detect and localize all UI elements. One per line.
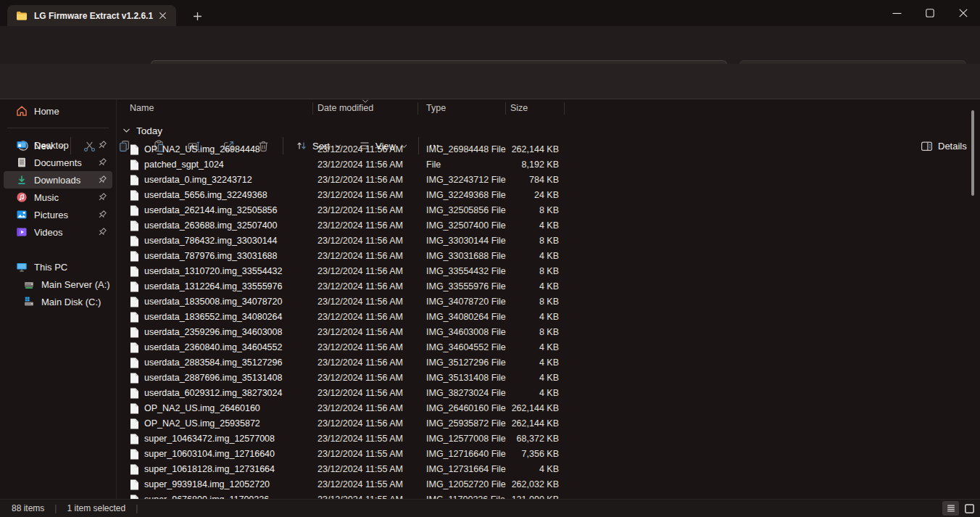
large-icons-view-button[interactable] — [961, 501, 978, 516]
items-count: 88 items — [12, 503, 44, 513]
group-header-today[interactable]: Today — [117, 122, 162, 139]
column-divider[interactable] — [312, 102, 313, 115]
file-row[interactable]: userdata_787976.img_33031688 23/12/2024 … — [117, 249, 595, 264]
file-row[interactable]: userdata_1836552.img_34080264 23/12/2024… — [117, 310, 595, 325]
file-icon — [130, 281, 139, 292]
file-name: OP_NA2_US.img_25935872 — [144, 416, 260, 431]
file-row[interactable]: userdata_5656.img_32249368 23/12/2024 11… — [117, 188, 595, 203]
file-row[interactable]: userdata_263688.img_32507400 23/12/2024 … — [117, 218, 595, 233]
sidebar-item-label: Videos — [34, 227, 96, 238]
tab-close-icon[interactable] — [154, 8, 170, 24]
file-row[interactable]: OP_NA2_US.img_26984448 23/12/2024 11:56 … — [117, 142, 595, 157]
close-button[interactable] — [947, 0, 980, 26]
file-row[interactable]: userdata_786432.img_33030144 23/12/2024 … — [117, 233, 595, 249]
new-tab-button[interactable] — [189, 8, 205, 24]
file-row[interactable]: userdata_2359296.img_34603008 23/12/2024… — [117, 325, 595, 340]
file-row[interactable]: super_9676800.img_11700226 23/12/2024 11… — [117, 492, 595, 499]
file-name: userdata_2359296.img_34603008 — [144, 325, 282, 340]
file-row[interactable]: userdata_262144.img_32505856 23/12/2024 … — [117, 203, 595, 218]
file-row[interactable]: super_10603104.img_12716640 23/12/2024 1… — [117, 447, 595, 462]
column-header-type[interactable]: Type — [426, 99, 446, 117]
file-name: patched_sgpt_1024 — [144, 157, 224, 173]
file-icon — [130, 403, 139, 414]
file-icon — [130, 205, 139, 216]
file-date-modified: 23/12/2024 11:56 AM — [317, 142, 403, 157]
file-row[interactable]: super_10463472.img_12577008 23/12/2024 1… — [117, 431, 595, 447]
column-header-size[interactable]: Size — [510, 99, 528, 117]
file-name: userdata_0.img_32243712 — [144, 173, 252, 188]
pin-icon[interactable] — [96, 157, 108, 168]
sidebar-item-home[interactable]: Home — [4, 102, 112, 120]
file-name: userdata_1310720.img_33554432 — [144, 264, 282, 279]
sidebar-item-downloads[interactable]: Downloads — [4, 171, 112, 189]
file-row[interactable]: userdata_2883584.img_35127296 23/12/2024… — [117, 355, 595, 371]
pin-icon[interactable] — [96, 139, 108, 151]
command-bar: New Sort View — [0, 64, 980, 99]
file-row[interactable]: userdata_6029312.img_38273024 23/12/2024… — [117, 386, 595, 401]
desktop-icon — [16, 139, 28, 151]
file-icon — [130, 342, 139, 353]
file-date-modified: 23/12/2024 11:56 AM — [317, 218, 403, 233]
file-date-modified: 23/12/2024 11:56 AM — [317, 188, 403, 203]
column-divider[interactable] — [505, 102, 506, 115]
file-row[interactable]: userdata_1312264.img_33555976 23/12/2024… — [117, 279, 595, 294]
sidebar-item-main-server[interactable]: Main Server (A:) — [4, 276, 112, 293]
column-divider[interactable] — [418, 102, 418, 115]
file-icon — [130, 297, 139, 307]
file-row[interactable]: userdata_2887696.img_35131408 23/12/2024… — [117, 371, 595, 386]
maximize-button[interactable] — [913, 0, 947, 26]
file-name: userdata_1835008.img_34078720 — [144, 294, 282, 310]
pin-icon[interactable] — [96, 174, 108, 186]
column-header-name[interactable]: Name — [130, 99, 154, 117]
sidebar: Home Desktop Documents Downloads — [0, 99, 116, 499]
file-date-modified: 23/12/2024 11:56 AM — [317, 264, 403, 279]
windows-drive-icon — [23, 296, 35, 307]
details-view-button[interactable] — [942, 501, 959, 516]
file-date-modified: 23/12/2024 11:56 AM — [317, 340, 403, 355]
file-row[interactable]: patched_sgpt_1024 23/12/2024 11:56 AM Fi… — [117, 157, 595, 173]
sidebar-item-desktop[interactable]: Desktop — [4, 136, 112, 154]
file-row[interactable]: OP_NA2_US.img_25935872 23/12/2024 11:56 … — [117, 416, 595, 431]
file-date-modified: 23/12/2024 11:55 AM — [317, 447, 403, 462]
documents-icon — [16, 157, 28, 168]
sidebar-item-main-disk[interactable]: Main Disk (C:) — [4, 293, 112, 310]
pin-icon[interactable] — [96, 226, 108, 238]
file-row[interactable]: userdata_1835008.img_34078720 23/12/2024… — [117, 294, 595, 310]
videos-icon — [16, 226, 28, 238]
sidebar-item-label: Main Disk (C:) — [41, 297, 112, 307]
file-icon — [130, 434, 139, 444]
pin-icon[interactable] — [96, 209, 108, 220]
sidebar-item-pictures[interactable]: Pictures — [4, 206, 112, 223]
explorer-tab[interactable]: LG Firmware Extract v1.2.6.1 — [7, 5, 176, 26]
pin-icon[interactable] — [96, 191, 108, 203]
column-divider[interactable] — [564, 102, 565, 115]
file-icon — [130, 357, 139, 368]
sidebar-item-this-pc[interactable]: This PC — [4, 258, 112, 276]
sidebar-item-videos[interactable]: Videos — [4, 223, 112, 241]
file-date-modified: 23/12/2024 11:56 AM — [317, 310, 403, 325]
file-date-modified: 23/12/2024 11:55 AM — [317, 492, 403, 499]
file-row[interactable]: super_10618128.img_12731664 23/12/2024 1… — [117, 462, 595, 477]
minimize-button[interactable] — [880, 0, 913, 26]
sidebar-item-music[interactable]: Music — [4, 189, 112, 206]
file-row[interactable]: OP_NA2_US.img_26460160 23/12/2024 11:56 … — [117, 401, 595, 416]
file-size: 4 KB — [443, 310, 559, 325]
file-name: super_9676800.img_11700226 — [144, 492, 269, 499]
file-row[interactable]: userdata_1310720.img_33554432 23/12/2024… — [117, 264, 595, 279]
file-name: userdata_2887696.img_35131408 — [144, 371, 282, 386]
file-row[interactable]: userdata_0.img_32243712 23/12/2024 11:56… — [117, 173, 595, 188]
scrollbar-thumb[interactable] — [971, 110, 974, 196]
file-size: 8 KB — [443, 233, 559, 249]
file-row[interactable]: userdata_2360840.img_34604552 23/12/2024… — [117, 340, 595, 355]
file-icon — [130, 388, 139, 399]
file-icon — [130, 373, 139, 384]
sidebar-item-documents[interactable]: Documents — [4, 154, 112, 171]
file-date-modified: 23/12/2024 11:56 AM — [317, 279, 403, 294]
file-size: 4 KB — [443, 462, 559, 477]
file-date-modified: 23/12/2024 11:56 AM — [317, 249, 403, 264]
file-date-modified: 23/12/2024 11:56 AM — [317, 233, 403, 249]
file-size: 121,090 KB — [443, 492, 559, 499]
file-name: userdata_5656.img_32249368 — [144, 188, 267, 203]
file-row[interactable]: super_9939184.img_12052720 23/12/2024 11… — [117, 477, 595, 492]
scrollbar[interactable] — [970, 102, 976, 497]
